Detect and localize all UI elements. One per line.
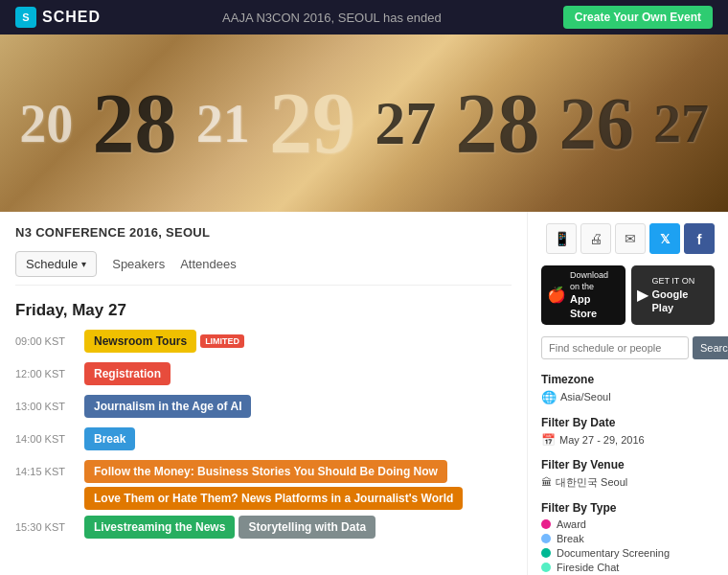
logo-text: SCHED [42,9,101,26]
search-button[interactable]: Search [693,336,728,359]
break-dot [541,534,551,543]
hero-num-1: 20 [19,97,73,150]
break-label: Break [557,533,584,544]
time-label-empty [15,487,84,510]
search-row: Search [541,336,715,359]
table-row: 12:00 KST Registration [15,362,512,389]
list-item[interactable]: Documentary Screening [541,547,715,559]
action-icons: 📱 🖨 ✉ 𝕏 f [541,223,715,254]
award-label: Award [557,518,586,530]
fireside-dot [541,563,551,572]
apple-icon: 🍎 [547,286,566,304]
event-follow-money[interactable]: Follow the Money: Business Stories You S… [84,460,447,483]
app-store-text: Download on the App Store [570,270,620,320]
limited-badge: LIMITED [200,334,244,348]
newsroom-row: Newsroom Tours LIMITED [84,330,244,353]
time-label: 09:00 KST [15,330,84,347]
filter-venue-value: 🏛 대한민국 Seoul [541,475,715,490]
event-items: Livestreaming the News Storytelling with… [84,516,512,539]
event-storytelling-data[interactable]: Storytelling with Data [239,516,375,539]
filter-type-title: Filter By Type [541,501,715,515]
timezone-title: Timezone [541,373,715,386]
app-store-badge[interactable]: 🍎 Download on the App Store [541,265,626,325]
event-items: Follow the Money: Business Stories You S… [84,460,512,483]
google-play-badge[interactable]: ▶ GET IT ON Google Play [631,265,716,325]
print-icon-button[interactable]: 🖨 [580,223,611,254]
venue-icon: 🏛 [541,476,552,488]
time-label: 14:15 KST [15,460,84,483]
hero-num-7: 26 [559,86,634,161]
table-row: 15:30 KST Livestreaming the News Storyte… [15,516,512,542]
tab-schedule[interactable]: Schedule ▾ [15,251,97,277]
hero-num-6: 28 [455,81,539,166]
time-label: 13:00 KST [15,395,84,412]
time-label: 12:00 KST [15,362,84,380]
timezone-text: Asia/Seoul [560,391,611,402]
tab-attendees[interactable]: Attendees [180,252,237,276]
twitter-icon-button[interactable]: 𝕏 [649,223,680,254]
table-row: 14:00 KST Break [15,427,512,454]
day-header: Friday, May 27 [15,301,512,320]
event-livestreaming[interactable]: Livestreaming the News [84,516,235,539]
event-status: has ended [383,11,442,25]
time-label: 15:30 KST [15,516,84,533]
event-break[interactable]: Break [84,427,135,450]
schedule-list: 09:00 KST Newsroom Tours LIMITED 12:00 K… [15,330,512,542]
mobile-icon-button[interactable]: 📱 [546,223,577,254]
list-item[interactable]: Break [541,533,715,544]
list-item[interactable]: Award [541,518,715,530]
calendar-icon: 📅 [541,433,556,447]
tab-speakers[interactable]: Speakers [112,252,165,276]
award-dot [541,519,551,529]
event-items: Journalism in the Age of AI [84,395,512,418]
event-items: Break [84,427,512,450]
logo: S SCHED [15,7,101,28]
timezone-value: 🌐 Asia/Seoul [541,390,715,404]
header: S SCHED AAJA N3CON 2016, SEOUL has ended… [0,0,728,34]
schedule-label: Schedule [26,257,78,271]
event-newsroom-tours[interactable]: Newsroom Tours [84,330,196,353]
hero-num-4: 29 [269,80,355,167]
venue-text: 대한민국 Seoul [556,475,627,490]
documentary-label: Documentary Screening [557,547,670,559]
main-container: N3 CONFERENCE 2016, SEOUL Schedule ▾ Spe… [0,212,728,575]
event-name: AAJA N3CON 2016, SEOUL [222,11,379,25]
hero-numbers: 20 28 21 29 27 28 26 27 [0,34,728,212]
time-label: 14:00 KST [15,427,84,445]
email-icon-button[interactable]: ✉ [615,223,646,254]
event-journalism-ai[interactable]: Journalism in the Age of AI [84,395,251,418]
timezone-section: Timezone 🌐 Asia/Seoul [541,373,715,404]
search-input[interactable] [541,336,689,359]
list-item[interactable]: Fireside Chat [541,562,715,573]
hero-num-5: 27 [375,93,436,154]
table-row: 13:00 KST Journalism in the Age of AI [15,395,512,422]
table-row: 09:00 KST Newsroom Tours LIMITED [15,330,512,356]
filter-venue-title: Filter By Venue [541,458,715,472]
hero-num-3: 21 [196,97,250,150]
filter-type-section: Filter By Type Award Break Documentary S… [541,501,715,575]
sched-logo-icon: S [15,7,36,28]
globe-icon: 🌐 [541,390,557,404]
filter-date-value: 📅 May 27 - 29, 2016 [541,433,715,447]
app-badges: 🍎 Download on the App Store ▶ GET IT ON … [541,265,715,325]
chevron-down-icon: ▾ [81,259,86,269]
fireside-label: Fireside Chat [557,562,619,573]
documentary-dot [541,548,551,558]
event-registration[interactable]: Registration [84,362,171,385]
hero-num-2: 28 [92,81,176,166]
google-play-text: GET IT ON Google Play [652,276,710,314]
conference-title: N3 CONFERENCE 2016, SEOUL [15,225,512,240]
google-play-icon: ▶ [637,286,648,304]
event-news-platforms[interactable]: Love Them or Hate Them? News Platforms i… [84,487,463,510]
nav-tabs: Schedule ▾ Speakers Attendees [15,251,512,286]
filter-date-section: Filter By Date 📅 May 27 - 29, 2016 [541,416,715,447]
right-sidebar: 📱 🖨 ✉ 𝕏 f 🍎 Download on the App Store ▶ … [527,212,728,575]
hero-num-8: 27 [653,96,709,151]
event-items: Love Them or Hate Them? News Platforms i… [84,487,512,510]
event-title: AAJA N3CON 2016, SEOUL has ended [222,11,442,25]
hero-banner: 20 28 21 29 27 28 26 27 [0,34,728,212]
table-row: 14:15 KST Follow the Money: Business Sto… [15,460,512,510]
filter-date-title: Filter By Date [541,416,715,429]
create-event-button[interactable]: Create Your Own Event [563,6,713,29]
facebook-icon-button[interactable]: f [684,223,715,254]
